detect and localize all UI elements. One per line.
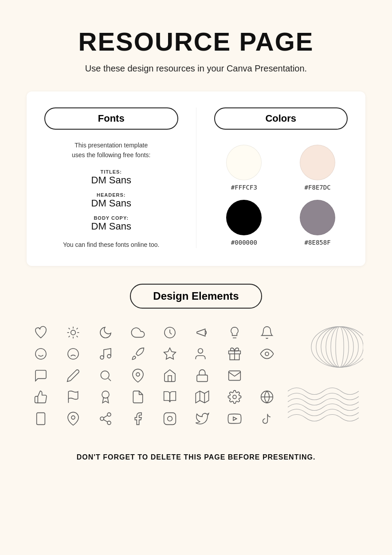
colors-column: Colors #FFFCF3 #F8E7DC #0000 bbox=[214, 107, 348, 248]
svg-marker-29 bbox=[196, 391, 208, 403]
svg-point-13 bbox=[68, 349, 78, 359]
font-item-headers: HEADERS: DM Sans bbox=[44, 192, 178, 209]
award-icon bbox=[98, 390, 113, 404]
user-icon bbox=[195, 347, 209, 361]
thumbsup-icon bbox=[34, 390, 48, 404]
concentric-circles-graphic bbox=[288, 325, 363, 373]
facebook-icon bbox=[131, 412, 145, 426]
pin-icon bbox=[131, 369, 145, 383]
svg-point-49 bbox=[321, 326, 358, 367]
svg-point-50 bbox=[316, 326, 363, 367]
svg-marker-45 bbox=[233, 417, 237, 420]
rocket-icon bbox=[131, 347, 145, 361]
book-icon bbox=[163, 390, 177, 404]
color-circle-peach bbox=[300, 145, 335, 180]
map-icon bbox=[195, 390, 209, 404]
design-elements-header: Design Elements bbox=[130, 284, 262, 309]
svg-line-24 bbox=[108, 378, 111, 381]
wave-lines-graphic bbox=[288, 382, 363, 427]
color-hex-black: #000000 bbox=[231, 239, 257, 246]
svg-line-8 bbox=[77, 328, 78, 329]
svg-point-32 bbox=[233, 395, 236, 399]
tiktok-icon bbox=[260, 412, 274, 426]
flag-icon bbox=[66, 390, 80, 404]
color-hex-cream: #FFFCF3 bbox=[231, 184, 257, 191]
color-swatch-cream: #FFFCF3 bbox=[226, 145, 262, 191]
settings-icon bbox=[227, 390, 242, 404]
svg-rect-26 bbox=[197, 375, 208, 381]
svg-line-6 bbox=[77, 336, 78, 337]
svg-rect-35 bbox=[37, 412, 45, 424]
clock-icon bbox=[163, 325, 177, 340]
footer-text: DON'T FORGET TO DELETE THIS PAGE BEFORE … bbox=[77, 453, 316, 461]
svg-line-7 bbox=[69, 336, 70, 337]
sad-icon bbox=[66, 347, 80, 361]
megaphone-icon bbox=[195, 325, 209, 340]
svg-point-28 bbox=[102, 391, 109, 398]
font-item-titles: TITLES: DM Sans bbox=[44, 169, 178, 186]
color-circle-black bbox=[226, 200, 262, 235]
smile-icon bbox=[34, 347, 48, 361]
bell-icon bbox=[260, 325, 274, 340]
color-hex-peach: #F8E7DC bbox=[305, 184, 331, 191]
font-label-headers: HEADERS: bbox=[44, 192, 178, 198]
fonts-footer: You can find these fonts online too. bbox=[44, 241, 178, 248]
svg-line-5 bbox=[69, 328, 70, 329]
youtube-icon bbox=[227, 412, 242, 426]
twitter-icon bbox=[195, 412, 209, 426]
two-column-layout: Fonts This presentation template uses th… bbox=[44, 107, 348, 248]
home-icon bbox=[163, 369, 177, 383]
color-swatch-peach: #F8E7DC bbox=[300, 145, 335, 191]
svg-point-47 bbox=[331, 326, 349, 367]
mail-icon bbox=[227, 369, 242, 383]
moon-icon bbox=[98, 325, 113, 340]
page-subtitle: Use these design resources in your Canva… bbox=[85, 63, 307, 74]
gift-icon bbox=[227, 347, 242, 361]
search-icon bbox=[98, 369, 113, 383]
color-hex-gray: #8E858F bbox=[305, 239, 331, 246]
svg-marker-18 bbox=[164, 348, 176, 359]
svg-point-22 bbox=[265, 352, 269, 356]
svg-rect-43 bbox=[164, 412, 176, 424]
svg-point-10 bbox=[35, 349, 46, 359]
colors-grid: #FFFCF3 #F8E7DC #000000 #8 bbox=[214, 140, 348, 246]
document-icon bbox=[131, 390, 145, 404]
fonts-header: Fonts bbox=[44, 107, 178, 130]
globe-icon bbox=[260, 390, 274, 404]
font-label-titles: TITLES: bbox=[44, 169, 178, 174]
font-label-body: BODY COPY: bbox=[44, 215, 178, 221]
location-icon bbox=[66, 412, 80, 426]
svg-point-16 bbox=[100, 356, 104, 359]
svg-point-37 bbox=[71, 416, 75, 419]
lightbulb-icon bbox=[227, 325, 242, 340]
svg-point-48 bbox=[326, 326, 353, 367]
svg-line-41 bbox=[103, 420, 107, 422]
color-swatch-black: #000000 bbox=[226, 200, 262, 246]
lock-icon bbox=[195, 369, 209, 383]
color-circle-gray bbox=[300, 200, 335, 235]
eye-icon bbox=[260, 347, 274, 361]
svg-point-38 bbox=[107, 412, 111, 416]
svg-point-25 bbox=[136, 373, 140, 376]
icons-area bbox=[27, 325, 365, 427]
phone-icon bbox=[34, 412, 48, 426]
svg-point-23 bbox=[101, 371, 109, 379]
decorative-graphics bbox=[286, 325, 365, 427]
heart-icon bbox=[34, 325, 48, 340]
star-icon bbox=[163, 347, 177, 361]
font-name-titles: DM Sans bbox=[44, 174, 178, 186]
music-icon bbox=[98, 347, 113, 361]
pencil-icon bbox=[66, 369, 80, 383]
instagram-icon bbox=[163, 412, 177, 426]
cloud-icon bbox=[131, 325, 145, 340]
fonts-column: Fonts This presentation template uses th… bbox=[44, 107, 196, 248]
svg-line-42 bbox=[103, 415, 107, 417]
font-name-body: DM Sans bbox=[44, 221, 178, 232]
fonts-description: This presentation template uses the foll… bbox=[44, 140, 178, 160]
font-item-body: BODY COPY: DM Sans bbox=[44, 215, 178, 232]
svg-point-17 bbox=[107, 355, 111, 358]
svg-point-0 bbox=[71, 330, 76, 335]
color-swatch-gray: #8E858F bbox=[300, 200, 335, 246]
svg-point-40 bbox=[107, 421, 111, 424]
page-title: RESOURCE PAGE bbox=[78, 27, 314, 56]
